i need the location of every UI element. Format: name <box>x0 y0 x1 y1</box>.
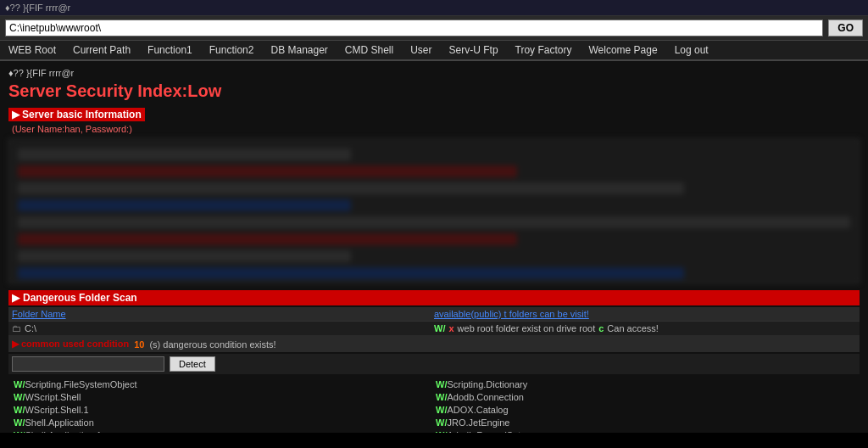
nav-item-log-out[interactable]: Log out <box>675 44 709 56</box>
can-access-text: Can access! <box>607 323 659 333</box>
common-condition-row: common used condition 10 (s) dangerous c… <box>8 336 860 352</box>
go-button[interactable]: GO <box>828 20 863 36</box>
condition-item: W/ADOX.Catalog <box>434 404 856 416</box>
main-content: ♦?? }{FIF rrrr@r Server Security Index:L… <box>0 61 868 433</box>
condition-item: W/WScript.Shell <box>12 391 434 403</box>
condition-item: W/Shell.Application <box>12 417 434 428</box>
nav-item-troy-factory[interactable]: Troy Factory <box>515 44 572 56</box>
page-header: ♦?? }{FIF rrrr@r <box>8 68 860 78</box>
condition-item: W/Adodb.Connection <box>434 391 856 403</box>
dangerous-folder-header: Dangerous Folder Scan <box>8 290 860 305</box>
nav-item-serv-u-ftp[interactable]: Serv-U Ftp <box>449 44 498 56</box>
condition-item: W/WScript.Shell.1 <box>12 404 434 416</box>
basic-info-header: Server basic Information <box>8 108 145 121</box>
nav-item-current-path[interactable]: Current Path <box>73 44 131 56</box>
dangerous-folder-section: Dangerous Folder Scan Folder Name availa… <box>8 290 860 336</box>
blurred-content <box>8 139 860 283</box>
condition-items: W/Scripting.FileSystemObjectW/Scripting.… <box>8 377 860 433</box>
nav-bar: WEB RootCurrent PathFunction1Function2DB… <box>0 41 868 61</box>
condition-item: W/Scripting.FileSystemObject <box>12 378 434 390</box>
condition-item: W/Adodb.RecordSet <box>434 429 856 433</box>
nav-item-function2[interactable]: Function2 <box>209 44 254 56</box>
common-condition-header: common used condition <box>12 339 129 350</box>
detect-button[interactable]: Detect <box>170 356 215 372</box>
can-access-c: c <box>598 323 604 333</box>
condition-item: W/JRO.JetEngine <box>434 417 856 428</box>
title-text: ♦?? }{FIF rrrr@r <box>5 3 70 13</box>
folder-visit-col-header: available(public) t folders can be visit… <box>434 309 856 319</box>
detect-row: Detect <box>8 354 860 374</box>
nav-item-welcome-page[interactable]: Welcome Page <box>588 44 657 56</box>
folder-row-header: Folder Name available(public) t folders … <box>8 307 860 322</box>
title-bar: ♦?? }{FIF rrrr@r <box>0 0 868 16</box>
condition-item: W/Scripting.Dictionary <box>434 378 856 390</box>
address-input[interactable] <box>5 20 823 36</box>
security-title: Server Security Index:Low <box>8 81 860 101</box>
folder-icon: 🗀 <box>12 323 21 333</box>
nav-item-web-root[interactable]: WEB Root <box>8 44 56 56</box>
security-level: Low <box>187 81 221 100</box>
web-root-text: web root folder exist on drive root <box>458 323 596 333</box>
nav-item-user[interactable]: User <box>410 44 431 56</box>
basic-info-line: (User Name:han, Password:) <box>12 124 860 134</box>
nav-item-function1[interactable]: Function1 <box>147 44 192 56</box>
folder-row-item: 🗀 C:\ W/ x web root folder exist on driv… <box>8 322 860 336</box>
folder-name-col-header: Folder Name <box>12 309 434 319</box>
condition-item: W/Shell.Application.1 <box>12 429 434 433</box>
condition-count-suffix: (s) dangerous condition exists! <box>149 339 275 350</box>
address-bar: GO <box>0 16 868 41</box>
detect-input[interactable] <box>12 356 164 372</box>
folder-path: C:\ <box>25 323 36 333</box>
status-w: W/ <box>434 323 445 333</box>
nav-item-db-manager[interactable]: DB Manager <box>270 44 327 56</box>
nav-item-cmd-shell[interactable]: CMD Shell <box>345 44 393 56</box>
condition-count: 10 <box>134 339 144 350</box>
status-x: x <box>448 323 453 333</box>
